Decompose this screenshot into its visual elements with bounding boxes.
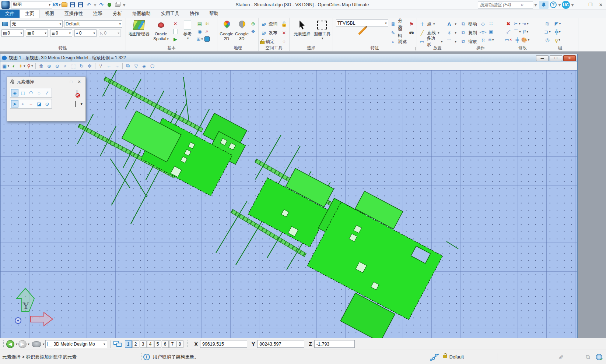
tab-collaborate[interactable]: 协作 — [185, 10, 204, 18]
element-style-combo[interactable]: 无▾ — [10, 20, 63, 28]
spatial-publish-button[interactable]: 🖳发布 — [260, 29, 277, 36]
align-icon[interactable]: ▣ — [487, 28, 495, 35]
globe-icon[interactable]: ⊕ — [249, 20, 257, 27]
customize-qat-dropdown[interactable]: ▾ — [122, 1, 127, 8]
window-status-icon[interactable]: ⧉ — [586, 354, 590, 360]
oracle-spatial-button[interactable]: Oracle Spatial▾ — [150, 19, 172, 45]
z-coordinate-field[interactable] — [314, 340, 355, 348]
save-button[interactable] — [69, 1, 77, 8]
level-manager-icon[interactable]: ▤ — [196, 20, 203, 27]
geo-pin-button[interactable]: ⚲▾ — [26, 62, 34, 70]
drawing-canvas[interactable]: Y — [0, 70, 577, 349]
view-groups-icon[interactable] — [113, 341, 122, 347]
hatch-icon[interactable]: ╬▾ — [554, 28, 561, 35]
stretch-icon[interactable]: ≀≀ — [479, 36, 487, 43]
search-input[interactable] — [480, 2, 521, 7]
view-next-button[interactable]: ▶ — [18, 340, 27, 348]
modify-element-icon[interactable]: ⤢ — [505, 28, 512, 35]
mode-invert-button[interactable]: ◪ — [35, 100, 43, 107]
fit-view-button[interactable]: ⬚ — [70, 62, 77, 70]
line-weight-combo[interactable]: ●0▾ — [74, 29, 97, 37]
view-cube-icon[interactable] — [203, 36, 211, 42]
create-region-icon[interactable]: ⊐▾ — [544, 28, 551, 35]
element-selection-dialog[interactable]: 元素选择 ─ □ ✕ ◈ ⬚ ⬠ ◌ ⁄ ➤ + − ◪ ⊙ ▾ — [7, 77, 86, 121]
section-clip-button[interactable]: ⬡ — [148, 62, 156, 70]
view-next-dropdown[interactable]: ▾ — [28, 342, 30, 346]
feature-pencil-icon[interactable] — [358, 27, 366, 35]
mode-add-button[interactable]: + — [19, 100, 27, 107]
zoom-out-button[interactable]: ⊖ — [53, 62, 61, 70]
dialog-launcher-icon[interactable] — [284, 47, 288, 50]
view-title-bar[interactable]: 视图 1 - 顶视图, 3D Metric Design Model - 缩放比… — [0, 54, 577, 62]
print-button[interactable] — [113, 1, 122, 8]
dialog-minimize-button[interactable]: ─ — [59, 78, 67, 85]
dialog-title-bar[interactable]: 元素选择 ─ □ ✕ — [7, 77, 85, 86]
search-icon[interactable]: ⌕ — [521, 1, 524, 8]
view-toggle-4[interactable]: 4 — [147, 340, 154, 348]
info-icon[interactable]: i — [143, 354, 150, 360]
copy-view-button[interactable]: ⧉ — [124, 62, 132, 70]
edit-reference-icon[interactable] — [172, 28, 179, 35]
select-all-disabled-button[interactable] — [77, 90, 77, 95]
map-manager-button[interactable]: 地图管理器 — [127, 19, 150, 45]
toolbar-grip[interactable] — [187, 340, 189, 348]
place-curve-button[interactable]: ⌒▾ — [445, 38, 456, 45]
chamfer-icon[interactable]: ⟩²▾ — [522, 28, 529, 35]
search-scope-dropdown[interactable]: ▾ — [533, 1, 538, 8]
mode-new-button[interactable]: ➤ — [11, 100, 18, 107]
view-attributes-button[interactable]: ▣▾ — [2, 62, 10, 70]
view-toggle-2[interactable]: 2 — [132, 340, 139, 348]
trim-icon[interactable]: ⇥▾ — [522, 20, 529, 27]
y-coordinate-field[interactable] — [257, 340, 304, 348]
active-model-combo[interactable]: 3D Metric Design Mo ▾ — [45, 340, 107, 348]
tab-file[interactable]: 文件 — [0, 10, 20, 18]
view-toggle-1[interactable]: 1 — [125, 340, 132, 348]
remove-icon[interactable]: ✕ — [280, 29, 288, 36]
array-icon[interactable]: ∷ — [487, 20, 495, 27]
concentric-icon[interactable]: ◎ — [544, 36, 551, 43]
save-settings-button[interactable] — [77, 1, 85, 8]
view-close-button[interactable]: ✕ — [563, 55, 576, 61]
level-display-icon[interactable]: ◉ — [196, 28, 203, 35]
activate-reference-icon[interactable]: ▶ — [172, 36, 179, 42]
mode-clear-button[interactable]: ⊙ — [43, 100, 51, 107]
update-view-button[interactable]: ⟰ — [37, 62, 45, 70]
tab-interoperability[interactable]: 互操作性 — [59, 10, 88, 18]
scale-button[interactable]: ⧉缩放 — [460, 38, 477, 45]
delete-icon[interactable]: ✖ — [505, 20, 512, 27]
tab-analyze[interactable]: 分析 — [108, 10, 127, 18]
connection-status-icon[interactable] — [596, 354, 602, 360]
search-layers-icon[interactable]: ⌕ — [203, 28, 211, 35]
view-toggle-3[interactable]: 3 — [140, 340, 147, 348]
copy-button[interactable]: ⧉复制 — [460, 29, 477, 36]
view-previous-button[interactable]: ◀ — [6, 340, 14, 348]
pan-view-button[interactable]: ✥ — [86, 62, 94, 70]
window-minimize-button[interactable]: ─ — [575, 0, 585, 9]
zoom-in-button[interactable]: ⊕ — [45, 62, 53, 70]
help-dropdown[interactable]: ▾ — [557, 1, 562, 8]
google-3d-button[interactable]: Google 3D — [234, 19, 250, 45]
transparency-combo[interactable]: ◺0▾ — [99, 29, 121, 37]
view-previous-dropdown[interactable]: ▾ — [16, 342, 18, 346]
notifications-button[interactable] — [539, 1, 549, 9]
delete-part-icon[interactable]: ▭✕ — [505, 36, 512, 43]
open-file-button[interactable] — [60, 1, 69, 8]
view-toggle-6[interactable]: 6 — [162, 340, 169, 348]
x-coordinate-field[interactable] — [200, 340, 247, 348]
rotate-tool-icon[interactable]: ◇ — [479, 20, 487, 27]
window-area-button[interactable]: ⌕ — [62, 62, 69, 70]
geo-cluster-icon[interactable]: ❖ — [249, 28, 257, 35]
account-dropdown[interactable]: ▾ — [570, 1, 575, 8]
view-restore-button[interactable]: ❐ — [550, 55, 562, 61]
view-toggle-5[interactable]: 5 — [154, 340, 161, 348]
redo-button[interactable]: ↷ — [97, 1, 105, 8]
fillet-icon[interactable]: ⌒▾ — [514, 28, 521, 35]
fence-tools-button[interactable]: 围栅工具 ▾ — [313, 19, 331, 45]
tab-drawing-aids[interactable]: 绘图辅助 — [127, 10, 156, 18]
feature-filter-combo[interactable]: TFVISBL▾ — [336, 20, 388, 27]
place-polygon-button[interactable]: ▭多边形▾ — [418, 38, 442, 45]
method-block-button[interactable]: ⬚ — [19, 89, 27, 96]
spatial-query-button[interactable]: 🖳查询 — [260, 20, 277, 28]
display-style-button[interactable]: ◐ — [10, 62, 18, 70]
spatial-lock-button[interactable]: 锁定 — [260, 38, 274, 45]
